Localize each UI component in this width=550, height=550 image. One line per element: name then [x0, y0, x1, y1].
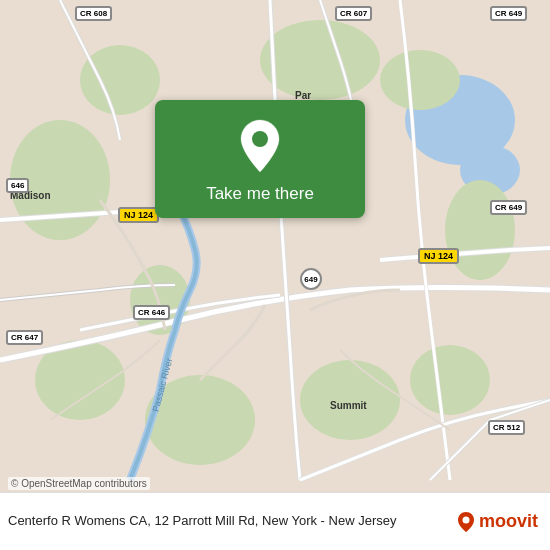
- cr608-badge: CR 608: [75, 6, 112, 21]
- svg-point-13: [252, 131, 268, 147]
- svg-point-7: [445, 180, 515, 280]
- svg-point-6: [380, 50, 460, 110]
- cr607-badge: CR 607: [335, 6, 372, 21]
- cr647-badge: CR 647: [6, 330, 43, 345]
- moovit-logo: moovit: [456, 511, 538, 533]
- svg-point-5: [260, 20, 380, 100]
- info-bar: Centerfo R Womens CA, 12 Parrott Mill Rd…: [0, 492, 550, 550]
- svg-point-4: [80, 45, 160, 115]
- location-pin-icon: [236, 118, 284, 174]
- svg-point-14: [462, 516, 469, 523]
- cr649-mid-badge: CR 649: [490, 200, 527, 215]
- take-me-there-label: Take me there: [206, 184, 314, 204]
- 646-left-badge: 646: [6, 178, 29, 193]
- cr512-badge: CR 512: [488, 420, 525, 435]
- osm-attribution: © OpenStreetMap contributors: [8, 477, 150, 490]
- nj124-left-badge: NJ 124: [118, 207, 159, 223]
- 649-circle-badge: 649: [300, 268, 322, 290]
- moovit-pin-icon: [456, 511, 476, 533]
- map-container: Madison Summit Par Passaic River CR 608 …: [0, 0, 550, 550]
- nj124-right-badge: NJ 124: [418, 248, 459, 264]
- moovit-brand-text: moovit: [479, 511, 538, 532]
- cr649-top-badge: CR 649: [490, 6, 527, 21]
- svg-point-9: [410, 345, 490, 415]
- cr646-badge: CR 646: [133, 305, 170, 320]
- map-background: [0, 0, 550, 550]
- address-text: Centerfo R Womens CA, 12 Parrott Mill Rd…: [8, 512, 446, 530]
- take-me-there-card[interactable]: Take me there: [155, 100, 365, 218]
- summit-label: Summit: [330, 400, 367, 411]
